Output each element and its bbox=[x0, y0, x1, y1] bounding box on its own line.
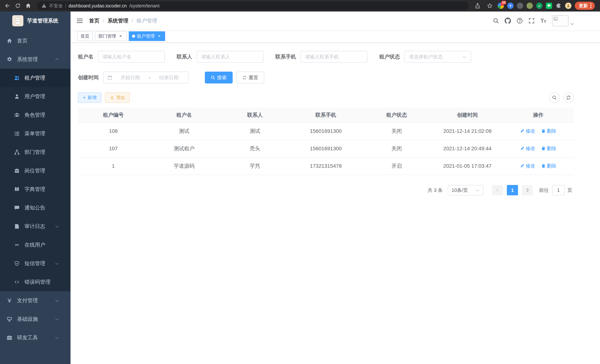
profile-avatar-icon[interactable] bbox=[565, 3, 572, 9]
user-avatar-dropdown[interactable] bbox=[552, 15, 574, 26]
browser-back-button[interactable] bbox=[3, 1, 12, 10]
sidebar-item-audit-log[interactable]: 审计日志 bbox=[0, 217, 71, 236]
goto-label: 前往 bbox=[539, 187, 549, 194]
sidebar-item-infra[interactable]: 基础设施 bbox=[0, 310, 71, 328]
sidebar-item-home[interactable]: 首页 bbox=[0, 32, 71, 50]
extension-colorwheel-icon[interactable]: 10 bbox=[497, 3, 504, 9]
sidebar-item-system[interactable]: 系统管理 bbox=[0, 50, 71, 69]
extensions-puzzle-icon[interactable] bbox=[555, 3, 562, 9]
fullscreen-button[interactable] bbox=[528, 18, 535, 24]
sidebar-item-dev-tool[interactable]: 研发工具 bbox=[0, 328, 71, 347]
sidebar-item-user[interactable]: 用户管理 bbox=[0, 87, 71, 106]
active-tab-dot bbox=[132, 35, 135, 38]
font-size-button[interactable] bbox=[540, 18, 547, 24]
extension-olive-icon[interactable] bbox=[526, 3, 533, 9]
search-button[interactable]: 搜索 bbox=[205, 72, 233, 84]
reset-button-label: 重置 bbox=[249, 75, 258, 81]
browser-reload-button[interactable] bbox=[13, 1, 22, 10]
delete-link[interactable]: 删除 bbox=[541, 163, 556, 169]
sidebar-item-label: 通知公告 bbox=[25, 204, 45, 211]
reset-button[interactable]: 重置 bbox=[236, 72, 264, 84]
chevron-down-icon bbox=[570, 22, 574, 26]
bookmark-star-button[interactable] bbox=[485, 1, 494, 10]
page-size-select[interactable]: 10条/页 bbox=[448, 185, 484, 195]
sidebar-item-sms[interactable]: 短信管理 bbox=[0, 254, 71, 273]
sidebar-item-tenant[interactable]: 租户管理 bbox=[0, 69, 71, 87]
sidebar-item-menu[interactable]: 菜单管理 bbox=[0, 124, 71, 143]
sidebar-item-notice[interactable]: 通知公告 bbox=[0, 198, 71, 217]
chat-icon bbox=[14, 205, 20, 211]
sidebar-item-post[interactable]: 岗位管理 bbox=[0, 161, 71, 180]
hamburger-icon bbox=[76, 18, 83, 24]
browser-update-button[interactable]: 更新 bbox=[575, 2, 595, 10]
edit-link[interactable]: 修改 bbox=[520, 128, 535, 134]
cell-phone: 17321315478 bbox=[290, 157, 361, 175]
cell-status: 关闭 bbox=[361, 140, 432, 157]
filter-row-1: 租户名 联系人 联系手机 租户状态 请选择租户状态 bbox=[78, 51, 574, 63]
delete-link[interactable]: 删除 bbox=[541, 145, 556, 152]
chevron-down-icon bbox=[55, 299, 59, 303]
chevron-down-icon bbox=[55, 336, 59, 340]
date-start-input[interactable] bbox=[115, 75, 146, 81]
sidebar-item-dict[interactable]: 字典管理 bbox=[0, 180, 71, 198]
cell-tenant-name: 测试租户 bbox=[149, 140, 220, 157]
add-button[interactable]: + 新增 bbox=[78, 92, 101, 103]
breadcrumb-separator: / bbox=[132, 18, 133, 24]
menu-icon bbox=[14, 131, 20, 136]
date-end-input[interactable] bbox=[153, 75, 184, 81]
extension-green-icon[interactable] bbox=[536, 3, 543, 9]
share-icon bbox=[475, 3, 480, 9]
date-range-picker[interactable]: - bbox=[103, 72, 188, 84]
goto-page-input[interactable] bbox=[552, 185, 565, 195]
share-button[interactable] bbox=[473, 1, 482, 10]
tab-home[interactable]: 首页 bbox=[77, 31, 93, 41]
header-search-button[interactable] bbox=[493, 18, 499, 24]
extension-gray-icon[interactable] bbox=[517, 3, 523, 9]
export-button[interactable]: 导出 bbox=[105, 92, 130, 103]
sidebar-item-error-code[interactable]: 错误码管理 bbox=[0, 273, 71, 291]
sidebar-item-label: 角色管理 bbox=[25, 112, 45, 119]
browser-home-button[interactable] bbox=[24, 1, 33, 10]
tab-close-icon[interactable]: × bbox=[157, 34, 162, 39]
tenant-name-input[interactable] bbox=[103, 54, 160, 60]
tab-tenant[interactable]: 租户管理 × bbox=[129, 31, 165, 41]
browser-actions: 10 更新 bbox=[473, 1, 595, 10]
sidebar-item-label: 支付管理 bbox=[17, 297, 38, 304]
github-button[interactable] bbox=[505, 18, 511, 24]
sidebar-logo[interactable]: 芋道管理系统 bbox=[0, 11, 71, 30]
edit-link[interactable]: 修改 bbox=[520, 163, 535, 169]
contact-input[interactable] bbox=[201, 54, 259, 60]
sidebar-item-pay[interactable]: 支付管理 bbox=[0, 291, 71, 310]
next-page-button[interactable] bbox=[522, 185, 533, 195]
tags-view-bar: 首页 部门管理 × 租户管理 × bbox=[71, 30, 600, 43]
extension-wechat-icon[interactable] bbox=[546, 3, 552, 9]
status-select[interactable]: 请选择租户状态 bbox=[404, 51, 471, 63]
breadcrumb-system[interactable]: 系统管理 bbox=[108, 17, 128, 24]
phone-input[interactable] bbox=[305, 54, 363, 60]
help-button[interactable] bbox=[516, 18, 523, 24]
address-bar[interactable]: 不安全 dashboard.yudao.iocoder.cn/system/te… bbox=[37, 1, 469, 10]
menu-fold-button[interactable] bbox=[76, 18, 83, 24]
edit-icon bbox=[520, 146, 525, 151]
prev-page-button[interactable] bbox=[492, 185, 503, 195]
breadcrumb-home[interactable]: 首页 bbox=[89, 17, 99, 24]
tab-label: 部门管理 bbox=[98, 33, 116, 39]
edit-link[interactable]: 修改 bbox=[520, 145, 535, 152]
tab-label: 首页 bbox=[81, 33, 89, 39]
filter-tenant-name: 租户名 bbox=[78, 51, 165, 63]
status-label: 租户状态 bbox=[379, 53, 400, 60]
sidebar-item-online-user[interactable]: 在线用户 bbox=[0, 236, 71, 254]
page-1-button[interactable]: 1 bbox=[507, 185, 518, 195]
sidebar-item-dept[interactable]: 部门管理 bbox=[0, 143, 71, 161]
refresh-table-button[interactable] bbox=[563, 92, 574, 103]
sidebar: 芋道管理系统 首页系统管理租户管理用户管理角色管理菜单管理部门管理岗位管理字典管… bbox=[0, 11, 71, 364]
tenant-name-label: 租户名 bbox=[78, 53, 94, 60]
navbar: 首页 / 系统管理 / 租户管理 bbox=[71, 11, 600, 30]
delete-link[interactable]: 删除 bbox=[541, 128, 556, 134]
tab-close-icon[interactable]: × bbox=[118, 34, 123, 39]
extension-blue-icon[interactable] bbox=[507, 3, 514, 9]
toggle-search-button[interactable] bbox=[549, 92, 560, 103]
sidebar-item-role[interactable]: 角色管理 bbox=[0, 106, 71, 124]
tab-dept[interactable]: 部门管理 × bbox=[95, 31, 127, 41]
status-select-placeholder: 请选择租户状态 bbox=[409, 54, 443, 60]
